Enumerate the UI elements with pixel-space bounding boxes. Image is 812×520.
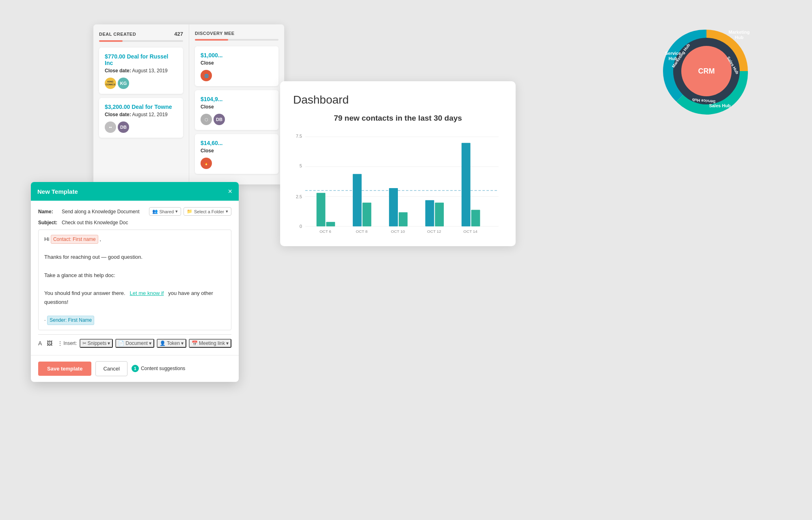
modal-subject-row: Subject: Check out this Knowledge Doc [38, 220, 231, 225]
deal-card-partial-avatar-3: 🔥 [201, 158, 273, 169]
avatar-db: DB [118, 121, 129, 133]
modal-name-value: Send along a Knowledge Document [62, 209, 146, 214]
editor-link[interactable]: Let me know if [130, 290, 164, 296]
deal-progress-fill-created [99, 40, 123, 42]
deal-column-title-created: DEAL CREATED [99, 32, 136, 37]
deal-column-created: DEAL CREATED 427 $770.00 Deal for Russel… [93, 24, 189, 184]
svg-text:OCT 6: OCT 6 [320, 229, 331, 234]
deal-card-amount-towne: $3,200.00 Deal for Towne [105, 104, 177, 110]
folder-chevron-icon: ▾ [226, 209, 228, 214]
avatar-partial-3: 🔥 [201, 158, 212, 169]
deal-card-partial-1[interactable]: $1,000... Close 🌐 [195, 46, 279, 86]
svg-rect-12 [326, 222, 335, 226]
svg-rect-20 [471, 210, 480, 227]
modal-folder-badge[interactable]: 📁 Select a Folder ▾ [184, 207, 231, 216]
editor-line2: Thanks for reaching out — good question. [44, 253, 225, 262]
document-chevron-icon: ▾ [149, 340, 151, 346]
token-sender-firstname[interactable]: Sender: First Name [47, 316, 94, 325]
shared-chevron-icon: ▾ [175, 209, 178, 214]
deal-card-partial-2[interactable]: $104,9... Close ⬡ DB [195, 90, 279, 130]
token-chevron-icon: ▾ [181, 340, 184, 346]
toolbar-document-btn[interactable]: 📄 Document ▾ [115, 339, 154, 348]
snippets-icon: ✂ [82, 340, 86, 346]
content-suggestions: 1 Content suggestions [132, 365, 185, 372]
editor-line4: You should find your answer there. Let m… [44, 289, 225, 307]
svg-text:🌐: 🌐 [204, 74, 209, 78]
deal-progress-bar-created [99, 40, 183, 42]
toolbar-image-icon[interactable]: 🖼 [47, 340, 52, 347]
toolbar-more-icon[interactable]: ⋮ [57, 340, 63, 347]
dashboard-title: Dashboard [293, 93, 503, 106]
toolbar-right: Insert: ✂ Snippets ▾ 📄 Document ▾ 👤 Toke… [63, 339, 231, 348]
svg-text:OCT 8: OCT 8 [356, 229, 367, 234]
service-hub-label: Service Hub [662, 51, 684, 61]
modal-header: New Template × [31, 182, 239, 201]
deal-card-partial-amount-1: $1,000... [201, 52, 273, 58]
modal-toolbar: A 🖼 ⋮ Insert: ✂ Snippets ▾ 📄 Document ▾ … [38, 334, 231, 349]
avatar-partial-1: 🌐 [201, 70, 212, 81]
editor-line4-prefix: You should find your answer there. [44, 290, 125, 296]
meeting-icon: 📅 [192, 340, 198, 346]
meeting-chevron-icon: ▾ [226, 340, 229, 346]
token-contact-firstname[interactable]: Contact: First name [51, 235, 98, 244]
save-template-button[interactable]: Save template [38, 362, 91, 376]
deal-column-discovery: DISCOVERY MEE $1,000... Close 🌐 $104,9..… [189, 24, 284, 184]
deal-card-avatars-russel: KINGCOMICS KG [105, 78, 177, 89]
svg-text:5: 5 [300, 163, 302, 168]
sales-hub-label: Sales Hub [709, 103, 731, 108]
editor-line5: · Sender: First Name [44, 316, 225, 325]
toolbar-left: A 🖼 ⋮ [38, 340, 63, 347]
svg-text:OCT 14: OCT 14 [463, 229, 477, 234]
dashboard-subtitle: 79 new contacts in the last 30 days [293, 114, 503, 123]
folder-icon: 📁 [187, 209, 192, 214]
toolbar-token-btn[interactable]: 👤 Token ▾ [157, 339, 186, 348]
deal-card-date-towne: Close date: August 12, 2019 [105, 112, 177, 117]
shared-label: Shared [160, 209, 174, 214]
content-suggestions-label: Content suggestions [141, 366, 185, 371]
editor-line1: Hi Contact: First name , [44, 235, 225, 244]
deal-card-partial-date-3: Close [201, 148, 273, 154]
modal-subject-value: Check out this Knowledge Doc [62, 220, 231, 225]
svg-rect-13 [353, 174, 362, 226]
token-icon: 👤 [160, 340, 166, 346]
document-icon: 📄 [118, 340, 124, 346]
hubspot-wheel: CRM Marketing Hub Sales Hub Service Hub … [658, 22, 755, 120]
deal-pipeline-panel: DEAL CREATED 427 $770.00 Deal for Russel… [93, 24, 284, 184]
deal-card-russel[interactable]: $770.00 Deal for Russel Inc Close date: … [99, 48, 183, 94]
svg-rect-19 [462, 143, 471, 226]
toolbar-insert-label: Insert: [63, 340, 77, 346]
cancel-button[interactable]: Cancel [95, 361, 127, 376]
toolbar-font-icon[interactable]: A [38, 340, 42, 347]
modal-close-button[interactable]: × [228, 188, 232, 195]
shared-icon: 👥 [152, 209, 158, 214]
deal-card-partial-date-1: Close [201, 60, 273, 66]
modal-body: Name: Send along a Knowledge Document 👥 … [31, 201, 239, 355]
svg-rect-16 [399, 212, 408, 226]
svg-text:7.5: 7.5 [296, 134, 302, 139]
toolbar-snippets-btn[interactable]: ✂ Snippets ▾ [80, 339, 113, 348]
svg-rect-11 [317, 193, 326, 226]
svg-rect-15 [389, 188, 398, 226]
dashboard-panel: Dashboard 79 new contacts in the last 30… [280, 81, 516, 246]
toolbar-meeting-btn[interactable]: 📅 Meeting link ▾ [189, 339, 231, 348]
deal-card-partial-amount-3: $14,60... [201, 140, 273, 146]
folder-label: Select a Folder [194, 209, 224, 214]
deal-card-partial-3[interactable]: $14,60... Close 🔥 [195, 134, 279, 174]
deal-progress-bar-discovery [195, 39, 279, 41]
deal-card-towne[interactable]: $3,200.00 Deal for Towne Close date: Aug… [99, 98, 183, 138]
content-suggestions-badge: 1 [132, 365, 139, 372]
modal-name-label: Name: [38, 209, 58, 214]
editor-bullet: · [44, 317, 47, 323]
avatar-logo-comics: KINGCOMICS [105, 78, 116, 89]
deal-card-date-russel: Close date: August 13, 2019 [105, 68, 177, 74]
modal-title: New Template [37, 188, 78, 195]
svg-rect-17 [425, 200, 434, 227]
svg-text:2.5: 2.5 [296, 194, 302, 199]
modal-shared-badge[interactable]: 👥 Shared ▾ [149, 207, 181, 216]
modal-name-row: Name: Send along a Knowledge Document 👥 … [38, 207, 231, 216]
avatar-kg: KG [118, 78, 129, 89]
editor-comma: , [99, 236, 101, 242]
avatar-partial-2b: DB [214, 114, 225, 125]
template-editor[interactable]: Hi Contact: First name , Thanks for reac… [38, 230, 231, 330]
svg-text:OCT 10: OCT 10 [391, 229, 405, 234]
